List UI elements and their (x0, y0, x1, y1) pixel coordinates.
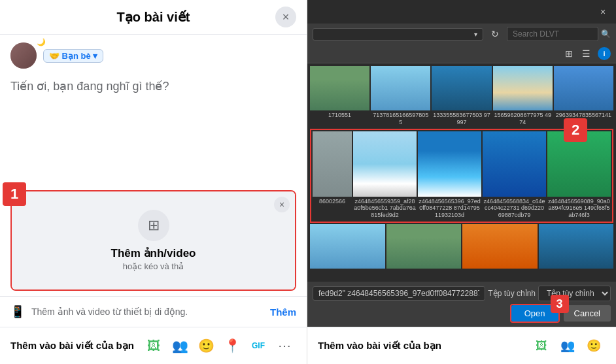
upload-dropzone[interactable]: × ⊞ Thêm ảnh/video hoặc kéo và thả (12, 191, 295, 290)
fp-selected-label-2: z4648456565396_97ed0ff08477228 87d147951… (418, 197, 481, 220)
fp-fb-bottom-bar: Thêm vào bài viết của bạn 🖼 👥 🙂 (307, 327, 616, 364)
fp-thumb-label-1: 1710551 (310, 110, 369, 120)
fp-image-grid: 1710551 713781651665978055 1333555836775… (307, 63, 616, 282)
user-row: 🌙 🤝 Bạn bè ▾ (0, 35, 307, 76)
fp-selected-label-4: z4648456569089_90a0a894fc916e5 149cf68f5… (547, 197, 611, 220)
fp-thumb-img-4 (493, 66, 553, 110)
emoji-icon-btn[interactable]: 🙂 (194, 334, 218, 357)
add-photo-icon: ⊞ (148, 217, 160, 234)
fp-location-dropdown[interactable]: ▾ (313, 28, 483, 41)
post-placeholder-text: Tiến ơi, bạn đang nghĩ gì thế? (10, 76, 296, 96)
file-picker-close-button[interactable]: × (595, 4, 611, 20)
bottom-action-icons: 🖼 👥 🙂 📍 GIF ⋯ (142, 334, 296, 357)
fp-thumb-r3-2[interactable] (386, 224, 462, 269)
fp-thumb-img-2 (371, 66, 430, 110)
fp-thumb-img-5 (554, 66, 613, 110)
fp-selected-img-3 (483, 131, 546, 197)
fp-selected-img-0 (313, 131, 352, 197)
gif-icon-btn[interactable]: GIF (247, 334, 270, 357)
close-modal-button[interactable]: × (275, 7, 296, 27)
fp-thumb-r3-img-2 (386, 224, 462, 269)
fp-selected-img-1 (353, 131, 417, 197)
fp-dropdown-arrow: ▾ (474, 31, 477, 38)
fp-selected-img-2 (418, 131, 481, 197)
fp-refresh-icon[interactable]: ↻ (487, 26, 503, 42)
fp-thumb-1[interactable]: 1710551 (310, 66, 369, 127)
fp-selected-thumb-3[interactable]: z4648456568834_c64ecc404c22731 d69d22069… (483, 131, 546, 220)
step-1-badge: 1 (3, 182, 26, 206)
post-creator-panel: Tạo bài viết × 🌙 🤝 Bạn bè ▾ Tiến ơi, bạn… (0, 0, 307, 364)
fp-selected-group: 86002566 z4648456559359_af28a0f5be56cb1 … (310, 129, 613, 223)
mobile-upload-row: 📱 Thêm ảnh và video từ thiết bị di động.… (0, 296, 307, 327)
upload-main-text: Thêm ảnh/video (111, 246, 196, 260)
fp-thumb-r3-img-1 (310, 224, 385, 269)
fp-selected-thumb-1[interactable]: z4648456559359_af28a0f5be56cb1 7abda76a8… (353, 131, 417, 220)
fp-thumb-r3-1[interactable] (310, 224, 385, 269)
fp-thumb-label-2: 713781651665978055 (371, 110, 430, 127)
moon-icon: 🌙 (37, 38, 46, 46)
fp-bottom-bar: Tệp tùy chỉnh Tệp tùy chỉnh 3 Open Cance… (307, 282, 616, 327)
fp-thumb-4[interactable]: 156596208677975 4974 (493, 66, 553, 127)
more-options-icon-btn[interactable]: ⋯ (273, 334, 296, 357)
post-input-area: Tiến ơi, bạn đang nghĩ gì thế? (0, 76, 307, 190)
fp-info-btn[interactable]: i (598, 47, 611, 60)
upload-close-button[interactable]: × (274, 197, 290, 212)
fp-people-icon-btn[interactable]: 👥 (556, 334, 579, 357)
fp-selected-thumb-4[interactable]: z4648456569089_90a0a894fc916e5 149cf68f5… (547, 131, 611, 220)
fp-thumb-3[interactable]: 133355583677503 97997 (432, 66, 491, 127)
fp-search-input[interactable] (507, 27, 598, 41)
fp-filename-input[interactable] (313, 286, 485, 301)
avatar (10, 42, 37, 69)
mobile-icon: 📱 (10, 305, 25, 319)
fp-thumb-label-4: 156596208677975 4974 (493, 110, 553, 127)
fp-fb-bottom-label: Thêm vào bài viết của bạn (318, 340, 441, 352)
upload-area-wrapper: 1 × ⊞ Thêm ảnh/video hoặc kéo và thả (10, 190, 296, 291)
fp-photo-icon-btn[interactable]: 🖼 (530, 334, 553, 357)
fp-action-row: 3 Open Cancel (313, 304, 611, 323)
fp-grid-view-btn[interactable]: ⊞ (561, 46, 577, 61)
them-button[interactable]: Thêm (270, 306, 296, 318)
fp-filetype-label: Tệp tùy chỉnh (488, 289, 536, 298)
fp-cancel-button[interactable]: Cancel (564, 305, 611, 322)
fp-grid-row-3 (310, 224, 613, 269)
fp-thumb-r3-3[interactable] (462, 224, 538, 269)
fp-thumb-r3-img-4 (539, 224, 614, 269)
modal-title: Tạo bài viết (117, 9, 190, 25)
file-picker-header: × (307, 0, 616, 24)
fp-thumb-r3-img-3 (462, 224, 538, 269)
fp-selected-label-3: z4648456568834_c64ecc404c22731 d69d22069… (483, 197, 546, 220)
post-bottom-bar: Thêm vào bài viết của bạn 🖼 👥 🙂 📍 GIF ⋯ (0, 327, 307, 364)
fp-selected-row-wrapper: 2 86002566 z4648456559359_af28a0f5be56cb… (310, 129, 613, 223)
fp-list-view-btn[interactable]: ☰ (578, 46, 594, 61)
fp-view-controls: ⊞ ☰ i (307, 44, 616, 63)
fp-emoji-icon-btn[interactable]: 🙂 (582, 334, 606, 357)
fp-search-icon: 🔍 (601, 29, 611, 39)
mobile-upload-text: Thêm ảnh và video từ thiết bị di động. (31, 306, 188, 317)
open-button-wrapper: 3 Open (510, 304, 560, 323)
fp-fb-action-icons: 🖼 👥 🙂 (530, 334, 606, 357)
fp-thumb-label-3: 133355583677503 97997 (432, 110, 491, 127)
fp-selected-label-1: z4648456559359_af28a0f5be56cb1 7abda76a8… (353, 197, 417, 220)
upload-icon-wrap: ⊞ (138, 210, 169, 241)
audience-selector-button[interactable]: 🤝 Bạn bè ▾ (43, 49, 103, 63)
tag-people-icon-btn[interactable]: 👥 (168, 334, 192, 357)
photo-video-icon-btn[interactable]: 🖼 (142, 334, 165, 357)
fp-thumb-img-1 (310, 66, 369, 110)
fp-selected-thumb-0[interactable]: 86002566 (313, 131, 352, 220)
fp-selected-thumb-2[interactable]: z4648456565396_97ed0ff08477228 87d147951… (418, 131, 481, 220)
fp-thumb-r3-4[interactable] (539, 224, 614, 269)
fp-filetype-select[interactable]: Tệp tùy chỉnh (538, 286, 611, 301)
add-to-post-label: Thêm vào bài viết của bạn (10, 340, 134, 352)
modal-header: Tạo bài viết × (0, 0, 307, 35)
step-3-badge: 3 (551, 295, 569, 313)
location-icon-btn[interactable]: 📍 (220, 334, 244, 357)
fp-search-wrap: 🔍 (507, 27, 611, 41)
fp-thumb-img-3 (432, 66, 491, 110)
mobile-upload-info: 📱 Thêm ảnh và video từ thiết bị di động. (10, 305, 188, 319)
avatar-image (10, 42, 37, 69)
fp-toolbar: ▾ ↻ 🔍 (307, 24, 616, 44)
fp-thumb-2[interactable]: 713781651665978055 (371, 66, 430, 127)
file-picker-panel: × ▾ ↻ 🔍 ⊞ ☰ i 1710551 71378165166597 (307, 0, 616, 364)
user-info: 🤝 Bạn bè ▾ (43, 49, 103, 63)
fp-selected-label-0: 86002566 (313, 197, 352, 207)
